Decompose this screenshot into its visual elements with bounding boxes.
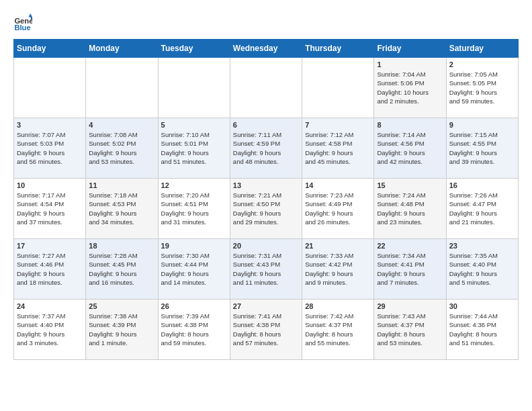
- day-info: Sunrise: 7:26 AM Sunset: 4:47 PM Dayligh…: [449, 191, 515, 226]
- day-number: 15: [377, 181, 443, 189]
- day-number: 22: [377, 242, 443, 250]
- day-info: Sunrise: 7:27 AM Sunset: 4:46 PM Dayligh…: [17, 251, 83, 287]
- week-row-4: 17Sunrise: 7:27 AM Sunset: 4:46 PM Dayli…: [14, 239, 519, 300]
- day-info: Sunrise: 7:31 AM Sunset: 4:43 PM Dayligh…: [233, 251, 299, 287]
- svg-text:Blue: Blue: [14, 24, 30, 32]
- day-cell: 13Sunrise: 7:21 AM Sunset: 4:50 PM Dayli…: [230, 179, 302, 239]
- day-number: 5: [161, 121, 227, 129]
- day-number: 23: [449, 242, 515, 250]
- day-info: Sunrise: 7:08 AM Sunset: 5:02 PM Dayligh…: [89, 130, 154, 166]
- calendar-table: SundayMondayTuesdayWednesdayThursdayFrid…: [13, 39, 519, 360]
- week-row-2: 3Sunrise: 7:07 AM Sunset: 5:03 PM Daylig…: [14, 118, 519, 179]
- day-number: 24: [17, 302, 83, 310]
- day-number: 7: [305, 121, 371, 129]
- day-info: Sunrise: 7:34 AM Sunset: 4:41 PM Dayligh…: [377, 251, 443, 287]
- day-cell: 18Sunrise: 7:28 AM Sunset: 4:45 PM Dayli…: [86, 239, 158, 300]
- logo: General Blue: [13, 13, 38, 32]
- day-info: Sunrise: 7:33 AM Sunset: 4:42 PM Dayligh…: [305, 251, 371, 287]
- day-number: 18: [89, 242, 154, 250]
- header-row: SundayMondayTuesdayWednesdayThursdayFrid…: [14, 40, 519, 58]
- day-info: Sunrise: 7:30 AM Sunset: 4:44 PM Dayligh…: [161, 251, 227, 287]
- day-cell: [230, 58, 302, 118]
- day-info: Sunrise: 7:24 AM Sunset: 4:48 PM Dayligh…: [377, 191, 443, 226]
- day-cell: 14Sunrise: 7:23 AM Sunset: 4:49 PM Dayli…: [302, 179, 374, 239]
- day-cell: 22Sunrise: 7:34 AM Sunset: 4:41 PM Dayli…: [374, 239, 446, 300]
- day-info: Sunrise: 7:05 AM Sunset: 5:05 PM Dayligh…: [449, 70, 515, 105]
- day-info: Sunrise: 7:42 AM Sunset: 4:37 PM Dayligh…: [305, 312, 371, 347]
- day-number: 27: [233, 302, 299, 310]
- day-cell: 23Sunrise: 7:35 AM Sunset: 4:40 PM Dayli…: [446, 239, 518, 300]
- day-number: 29: [377, 302, 443, 310]
- header-day-tuesday: Tuesday: [158, 40, 230, 58]
- day-info: Sunrise: 7:41 AM Sunset: 4:38 PM Dayligh…: [233, 312, 299, 347]
- day-cell: 16Sunrise: 7:26 AM Sunset: 4:47 PM Dayli…: [446, 179, 518, 239]
- day-info: Sunrise: 7:23 AM Sunset: 4:49 PM Dayligh…: [305, 191, 371, 226]
- day-cell: [158, 58, 230, 118]
- svg-marker-2: [28, 13, 32, 17]
- day-number: 28: [305, 302, 371, 310]
- day-info: Sunrise: 7:10 AM Sunset: 5:01 PM Dayligh…: [161, 130, 227, 166]
- day-info: Sunrise: 7:17 AM Sunset: 4:54 PM Dayligh…: [17, 191, 83, 226]
- day-cell: 9Sunrise: 7:15 AM Sunset: 4:55 PM Daylig…: [446, 118, 518, 179]
- day-number: 13: [233, 181, 299, 189]
- logo-icon: General Blue: [13, 13, 32, 32]
- day-info: Sunrise: 7:43 AM Sunset: 4:37 PM Dayligh…: [377, 312, 443, 347]
- day-number: 10: [17, 181, 83, 189]
- day-number: 1: [377, 60, 443, 68]
- header: General Blue: [13, 13, 519, 32]
- day-number: 4: [89, 121, 154, 129]
- day-cell: 29Sunrise: 7:43 AM Sunset: 4:37 PM Dayli…: [374, 300, 446, 360]
- day-cell: 7Sunrise: 7:12 AM Sunset: 4:58 PM Daylig…: [302, 118, 374, 179]
- day-info: Sunrise: 7:20 AM Sunset: 4:51 PM Dayligh…: [161, 191, 227, 226]
- day-cell: 8Sunrise: 7:14 AM Sunset: 4:56 PM Daylig…: [374, 118, 446, 179]
- day-cell: 26Sunrise: 7:39 AM Sunset: 4:38 PM Dayli…: [158, 300, 230, 360]
- day-cell: 5Sunrise: 7:10 AM Sunset: 5:01 PM Daylig…: [158, 118, 230, 179]
- week-row-1: 1Sunrise: 7:04 AM Sunset: 5:06 PM Daylig…: [14, 58, 519, 118]
- day-number: 21: [305, 242, 371, 250]
- day-number: 11: [89, 181, 154, 189]
- day-cell: 19Sunrise: 7:30 AM Sunset: 4:44 PM Dayli…: [158, 239, 230, 300]
- day-info: Sunrise: 7:15 AM Sunset: 4:55 PM Dayligh…: [449, 130, 515, 166]
- week-row-5: 24Sunrise: 7:37 AM Sunset: 4:40 PM Dayli…: [14, 300, 519, 360]
- day-cell: [86, 58, 158, 118]
- week-row-3: 10Sunrise: 7:17 AM Sunset: 4:54 PM Dayli…: [14, 179, 519, 239]
- header-day-sunday: Sunday: [14, 40, 86, 58]
- day-number: 6: [233, 121, 299, 129]
- day-number: 20: [233, 242, 299, 250]
- day-cell: 2Sunrise: 7:05 AM Sunset: 5:05 PM Daylig…: [446, 58, 518, 118]
- day-cell: 4Sunrise: 7:08 AM Sunset: 5:02 PM Daylig…: [86, 118, 158, 179]
- day-cell: 17Sunrise: 7:27 AM Sunset: 4:46 PM Dayli…: [14, 239, 86, 300]
- day-cell: 28Sunrise: 7:42 AM Sunset: 4:37 PM Dayli…: [302, 300, 374, 360]
- day-number: 3: [17, 121, 83, 129]
- day-info: Sunrise: 7:44 AM Sunset: 4:36 PM Dayligh…: [449, 312, 515, 347]
- day-number: 14: [305, 181, 371, 189]
- day-info: Sunrise: 7:07 AM Sunset: 5:03 PM Dayligh…: [17, 130, 83, 166]
- day-cell: 27Sunrise: 7:41 AM Sunset: 4:38 PM Dayli…: [230, 300, 302, 360]
- day-number: 12: [161, 181, 227, 189]
- day-number: 30: [449, 302, 515, 310]
- day-cell: 11Sunrise: 7:18 AM Sunset: 4:53 PM Dayli…: [86, 179, 158, 239]
- day-number: 25: [89, 302, 154, 310]
- day-number: 17: [17, 242, 83, 250]
- day-cell: 24Sunrise: 7:37 AM Sunset: 4:40 PM Dayli…: [14, 300, 86, 360]
- day-cell: 15Sunrise: 7:24 AM Sunset: 4:48 PM Dayli…: [374, 179, 446, 239]
- day-info: Sunrise: 7:11 AM Sunset: 4:59 PM Dayligh…: [233, 130, 299, 166]
- day-cell: 25Sunrise: 7:38 AM Sunset: 4:39 PM Dayli…: [86, 300, 158, 360]
- day-info: Sunrise: 7:28 AM Sunset: 4:45 PM Dayligh…: [89, 251, 154, 287]
- header-day-thursday: Thursday: [302, 40, 374, 58]
- day-number: 19: [161, 242, 227, 250]
- header-day-monday: Monday: [86, 40, 158, 58]
- day-cell: 21Sunrise: 7:33 AM Sunset: 4:42 PM Dayli…: [302, 239, 374, 300]
- header-day-friday: Friday: [374, 40, 446, 58]
- header-day-wednesday: Wednesday: [230, 40, 302, 58]
- day-cell: 12Sunrise: 7:20 AM Sunset: 4:51 PM Dayli…: [158, 179, 230, 239]
- day-info: Sunrise: 7:12 AM Sunset: 4:58 PM Dayligh…: [305, 130, 371, 166]
- day-number: 26: [161, 302, 227, 310]
- day-info: Sunrise: 7:39 AM Sunset: 4:38 PM Dayligh…: [161, 312, 227, 347]
- day-number: 8: [377, 121, 443, 129]
- day-cell: 3Sunrise: 7:07 AM Sunset: 5:03 PM Daylig…: [14, 118, 86, 179]
- day-number: 9: [449, 121, 515, 129]
- day-cell: [14, 58, 86, 118]
- day-cell: [302, 58, 374, 118]
- day-cell: 6Sunrise: 7:11 AM Sunset: 4:59 PM Daylig…: [230, 118, 302, 179]
